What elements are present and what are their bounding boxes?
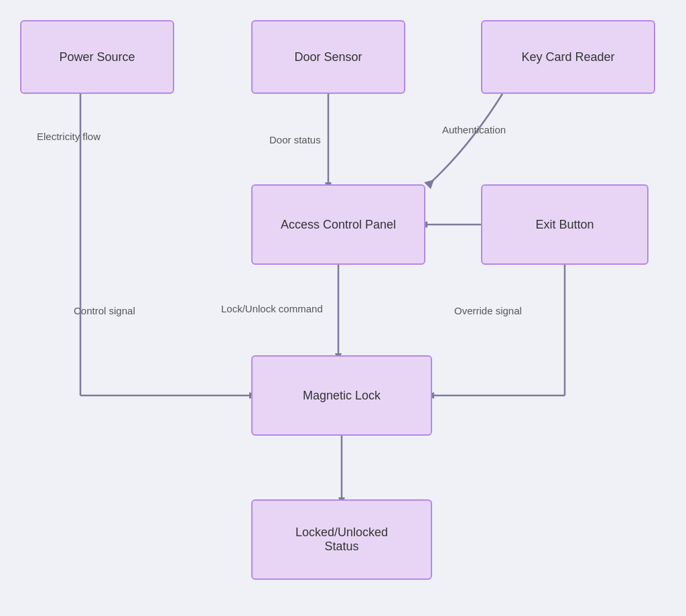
svg-marker-5 [424, 180, 434, 189]
diagram: Power Source Door Sensor Key Card Reader… [0, 0, 686, 616]
control-signal-label: Control signal [74, 305, 135, 316]
door-status-label: Door status [269, 134, 321, 145]
authentication-label: Authentication [442, 124, 506, 135]
magnetic-lock-label: Magnetic Lock [303, 389, 381, 403]
exit-button-label: Exit Button [535, 218, 594, 232]
key-card-reader-box: Key Card Reader [481, 20, 655, 94]
override-signal-label: Override signal [454, 305, 522, 316]
door-sensor-box: Door Sensor [251, 20, 405, 94]
access-control-panel-box: Access Control Panel [251, 184, 425, 265]
key-card-reader-label: Key Card Reader [521, 50, 614, 64]
electricity-flow-label: Electricity flow [37, 131, 100, 142]
power-source-box: Power Source [20, 20, 174, 94]
locked-unlocked-status-label: Locked/UnlockedStatus [295, 526, 388, 554]
power-source-label: Power Source [59, 50, 135, 64]
lock-unlock-command-label: Lock/Unlock command [221, 303, 323, 314]
locked-unlocked-status-box: Locked/UnlockedStatus [251, 499, 432, 580]
exit-button-box: Exit Button [481, 184, 648, 265]
magnetic-lock-box: Magnetic Lock [251, 355, 432, 436]
access-control-panel-label: Access Control Panel [281, 218, 396, 232]
door-sensor-label: Door Sensor [294, 50, 362, 64]
